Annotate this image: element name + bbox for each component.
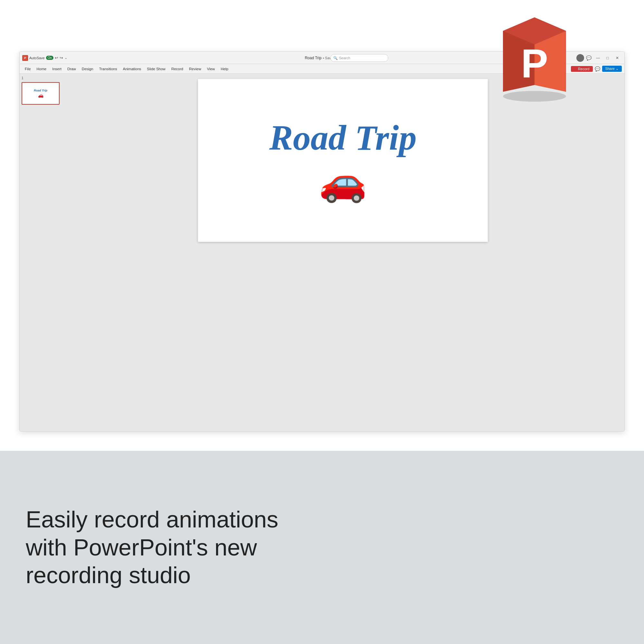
comments-ribbon-icon[interactable]: 💬 [595, 66, 600, 71]
slide-thumbnail[interactable]: Road Trip 🚗 [22, 82, 60, 105]
content-area: 1 Road Trip 🚗 Road Trip 🚗 [20, 74, 624, 431]
close-button[interactable]: ✕ [613, 53, 622, 62]
search-placeholder: Search [339, 56, 350, 60]
slide-thumb-car: 🚗 [38, 93, 43, 98]
bottom-section: Easily record animationswith PowerPoint'… [0, 451, 644, 644]
slide-number: 1 [22, 76, 24, 80]
share-button-label: Share [605, 67, 615, 71]
tab-draw[interactable]: Draw [65, 66, 79, 72]
slide-thumb-title: Road Trip [34, 89, 47, 92]
record-button-label: Record [578, 67, 589, 71]
maximize-button[interactable]: □ [603, 53, 612, 62]
autosave-label: AutoSave [29, 56, 45, 60]
filename: Road Trip [305, 56, 321, 60]
app-window: P AutoSave On ↩ ↪ ⌄ Road Trip • Saved ⌄ … [19, 52, 625, 431]
slide-title[interactable]: Road Trip [269, 120, 416, 156]
tab-slideshow[interactable]: Slide Show [144, 66, 168, 72]
bottom-text: Easily record animationswith PowerPoint'… [26, 506, 278, 589]
svg-point-0 [503, 91, 566, 102]
title-bar-left: P AutoSave On ↩ ↪ ⌄ [22, 55, 67, 61]
slide-canvas: Road Trip 🚗 [198, 79, 488, 242]
tab-help[interactable]: Help [218, 66, 231, 72]
undo-button[interactable]: ↩ [55, 55, 58, 60]
tab-review[interactable]: Review [186, 66, 204, 72]
tab-animations[interactable]: Animations [120, 66, 144, 72]
svg-text:P: P [521, 41, 548, 86]
tab-transitions[interactable]: Transitions [97, 66, 120, 72]
redo-button[interactable]: ↪ [60, 55, 63, 60]
slide-thumb-content: Road Trip 🚗 [22, 83, 59, 104]
autosave-toggle[interactable]: On [46, 56, 53, 60]
window-controls: 💬 — □ ✕ [576, 53, 622, 62]
minimize-button[interactable]: — [593, 53, 602, 62]
comments-icon[interactable]: 💬 [586, 55, 592, 61]
quick-access[interactable]: ⌄ [64, 56, 67, 60]
svg-text:P: P [24, 56, 26, 60]
main-slide[interactable]: Road Trip 🚗 [62, 74, 624, 431]
top-section: P P AutoSave On ↩ ↪ ⌄ [0, 0, 644, 451]
tab-view[interactable]: View [204, 66, 218, 72]
share-button[interactable]: Share ⌄ [602, 66, 622, 72]
share-chevron-icon: ⌄ [616, 67, 619, 71]
tab-record[interactable]: Record [169, 66, 186, 72]
tab-insert[interactable]: Insert [50, 66, 64, 72]
slide-panel: 1 Road Trip 🚗 [20, 74, 62, 431]
tab-home[interactable]: Home [34, 66, 49, 72]
search-bar[interactable]: 🔍 Search [330, 54, 388, 62]
tab-file[interactable]: File [22, 66, 33, 72]
search-icon: 🔍 [333, 56, 338, 60]
slide-car-emoji: 🚗 [319, 162, 367, 201]
powerpoint-icon: P [489, 13, 580, 103]
tab-design[interactable]: Design [79, 66, 96, 72]
ppt-small-icon: P [22, 55, 28, 61]
